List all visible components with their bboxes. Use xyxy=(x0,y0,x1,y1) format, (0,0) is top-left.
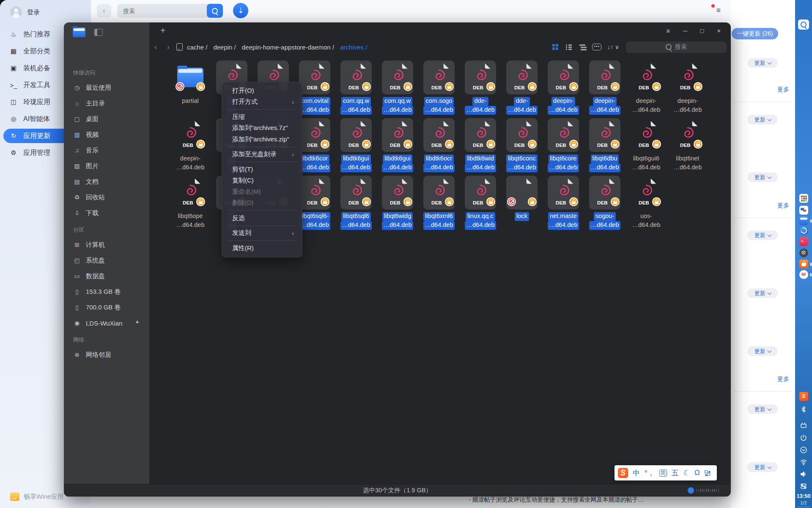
volume-icon[interactable] xyxy=(800,470,807,478)
file-item[interactable]: deepin-…d64.deb xyxy=(543,59,584,116)
sogou-logo-icon[interactable]: S xyxy=(618,468,628,478)
file-item[interactable]: com.sogo…d64.deb xyxy=(418,59,460,116)
ups-icon[interactable] xyxy=(800,422,807,429)
search-button[interactable] xyxy=(207,4,223,18)
virtual-keyboard-icon[interactable] xyxy=(705,470,710,476)
multitask-icon[interactable] xyxy=(799,206,808,215)
update-button[interactable]: 更新 xyxy=(747,462,778,472)
control-center-icon[interactable] xyxy=(799,248,808,257)
icon-size-slider[interactable] xyxy=(688,487,719,494)
update-all-button[interactable]: 一键更新 (26) xyxy=(732,28,778,39)
file-item[interactable]: libqt6xml6…d64.deb xyxy=(418,174,460,232)
menu-item-打开方式[interactable]: 打开方式› xyxy=(224,97,300,108)
fm-maximize-button[interactable]: □ xyxy=(694,24,710,37)
file-manager-icon[interactable] xyxy=(799,216,808,225)
nav-back-icon[interactable]: ‹ xyxy=(149,43,162,52)
sidebar-item-回收站[interactable]: ♻回收站 xyxy=(69,190,144,204)
menu-button[interactable]: ≡ xyxy=(711,3,726,18)
sidebar-item-LDS-WuXian[interactable]: ◉LDS-WuXian▲▔ xyxy=(69,316,144,330)
file-item[interactable]: deepin-…d64.deb xyxy=(625,59,667,116)
nav-forward-icon[interactable]: › xyxy=(162,43,175,52)
file-item[interactable]: libdtk6gui…d64.deb xyxy=(377,116,418,174)
sidebar-item-下载[interactable]: ⇩下载 xyxy=(69,206,144,220)
power-icon[interactable] xyxy=(800,434,807,442)
file-item[interactable]: libqt6core…d64.deb xyxy=(543,116,584,174)
sidebar-toggle-icon[interactable] xyxy=(94,29,103,36)
menu-item-添加到"archives.7z"[interactable]: 添加到"archives.7z" xyxy=(224,123,300,134)
back-button[interactable]: ‹ xyxy=(97,4,111,18)
symbols-icon[interactable]: Ω xyxy=(694,469,700,477)
avatar[interactable] xyxy=(10,6,22,18)
update-button[interactable]: 更新 xyxy=(747,172,778,182)
wubi-icon[interactable]: 五 xyxy=(672,468,679,478)
app-store-icon[interactable] xyxy=(799,260,808,268)
sidebar-item-系统盘[interactable]: ◰系统盘 xyxy=(69,254,144,267)
bluetooth-icon[interactable] xyxy=(800,405,807,413)
punctuation-icon[interactable]: °， xyxy=(645,468,655,478)
mode-cn-icon[interactable]: 中 xyxy=(633,468,640,478)
menu-item-打开(O)[interactable]: 打开(O) xyxy=(224,85,300,97)
more-link[interactable]: 更多 xyxy=(777,202,789,210)
browser-icon[interactable] xyxy=(799,226,808,235)
menu-item-发送到[interactable]: 发送到› xyxy=(224,228,300,239)
menu-item-添加至光盘刻录[interactable]: 添加至光盘刻录› xyxy=(224,149,300,160)
sidebar-item-数据盘[interactable]: ▭数据盘 xyxy=(69,269,144,283)
wine-app-entry[interactable]: 畅享Wine应用 xyxy=(10,492,63,501)
menu-item-复制(C)[interactable]: 复制(C) xyxy=(224,175,300,187)
sidebar-item-网络邻居[interactable]: ⊛网络邻居 xyxy=(69,348,144,362)
breadcrumb-item-current[interactable]: archives / xyxy=(340,44,367,51)
sidebar-item-图片[interactable]: ▨图片 xyxy=(69,159,144,173)
file-item[interactable]: libqt6widg…d64.deb xyxy=(377,174,418,232)
file-item[interactable]: libdtk6wid…d64.deb xyxy=(460,116,501,174)
sidebar-item-视频[interactable]: ▥视频 xyxy=(69,128,144,141)
sidebar-item-主目录[interactable]: ⌂主目录 xyxy=(69,97,144,110)
fm-menu-button[interactable]: ≡ xyxy=(660,24,677,37)
detail-view-icon[interactable] xyxy=(579,43,586,51)
file-item[interactable]: dde-…d64.deb xyxy=(501,59,543,116)
menu-item-压缩[interactable]: 压缩 xyxy=(224,111,300,123)
file-item[interactable]: deepin-…d64.deb xyxy=(584,59,625,116)
file-item[interactable]: uos-…d64.deb xyxy=(625,174,667,232)
file-item[interactable]: libqt6sql6…d64.deb xyxy=(335,174,377,232)
sidebar-item-700.0 GB 卷[interactable]: ▯700.0 GB 卷 xyxy=(69,301,144,314)
input-method-bar[interactable]: S 中°，简五☾Ω xyxy=(614,465,717,480)
sidebar-item-文档[interactable]: ▤文档 xyxy=(69,175,144,188)
wifi-icon[interactable] xyxy=(800,458,807,466)
menu-item-剪切(T)[interactable]: 剪切(T) xyxy=(224,164,300,175)
menu-item-添加到"archives.zip"[interactable]: 添加到"archives.zip" xyxy=(224,134,300,145)
menu-item-反选[interactable]: 反选 xyxy=(224,213,300,224)
file-item[interactable]: sogou-…d64.deb xyxy=(584,174,625,232)
update-button[interactable]: 更新 xyxy=(747,346,778,356)
menu-item-属性(R)[interactable]: 属性(R) xyxy=(224,243,300,254)
file-item[interactable]: libdtk6ocr…d64.deb xyxy=(418,116,460,174)
file-item[interactable]: libdtk6gui…d64.deb xyxy=(335,116,377,174)
grid-view-icon[interactable] xyxy=(551,43,559,51)
update-button[interactable]: 更新 xyxy=(747,288,778,298)
file-item[interactable]: net.maste…d64.deb xyxy=(543,174,584,232)
list-view-icon[interactable] xyxy=(565,43,573,51)
file-item[interactable]: libqt6ope…d64.deb xyxy=(170,174,211,232)
deepin-home-icon[interactable] xyxy=(799,270,808,279)
eject-icon[interactable]: ▲▔ xyxy=(135,320,139,326)
update-button[interactable]: 更新 xyxy=(747,115,778,124)
taskbar-search-button[interactable] xyxy=(798,19,809,30)
file-item[interactable]: linux.qq.c…d64.deb xyxy=(460,174,501,232)
breadcrumb-item[interactable]: deepin-home-appstore-daemon / xyxy=(242,44,334,51)
breadcrumb-item[interactable]: cache / xyxy=(187,44,207,51)
sidebar-item-计算机[interactable]: ⊞计算机 xyxy=(69,238,144,251)
search-input[interactable] xyxy=(117,7,200,15)
switcher-icon[interactable] xyxy=(800,482,807,490)
new-tab-button[interactable]: + xyxy=(157,25,168,36)
sidebar-item-最近使用[interactable]: ◷最近使用 xyxy=(69,81,144,94)
file-item[interactable]: com.qq.w…d64.deb xyxy=(377,59,418,116)
fm-close-button[interactable]: × xyxy=(710,24,727,37)
sogou-icon[interactable] xyxy=(799,392,808,401)
more-link[interactable]: 更多 xyxy=(777,86,789,94)
night-mode-icon[interactable]: ☾ xyxy=(683,469,690,478)
collapse-icon[interactable] xyxy=(800,446,807,454)
terminal-icon[interactable] xyxy=(799,237,808,246)
sidebar-item-桌面[interactable]: ▢桌面 xyxy=(69,112,144,126)
file-item[interactable]: deepin-…d64.deb xyxy=(170,116,211,174)
more-views-icon[interactable]: ••• xyxy=(592,44,601,50)
file-item[interactable]: libqt6net…d64.deb xyxy=(667,116,708,174)
